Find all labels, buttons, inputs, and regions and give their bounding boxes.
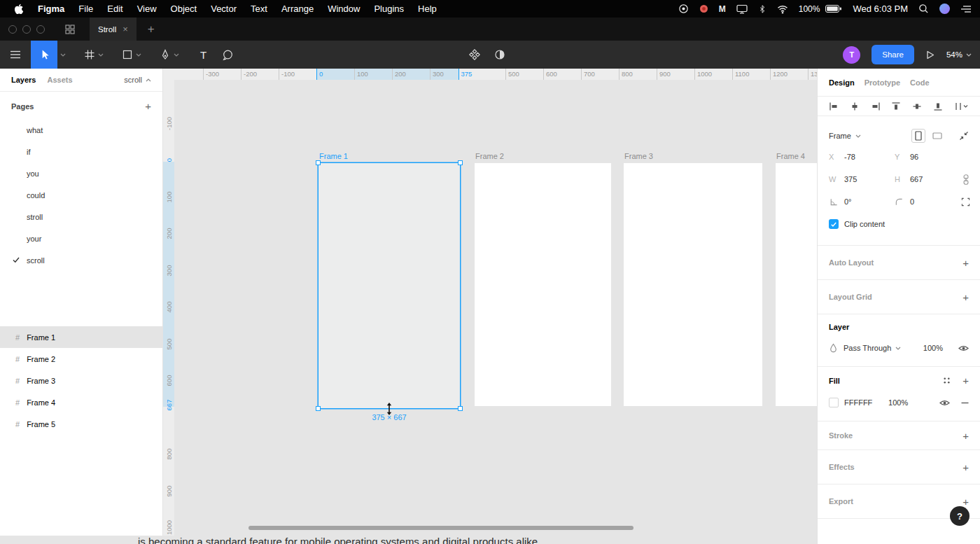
page-item[interactable]: stroll (0, 206, 162, 228)
page-item[interactable]: scroll (0, 249, 162, 271)
spotlight-icon[interactable] (918, 4, 929, 14)
frame-tool-chevron-icon[interactable] (95, 53, 106, 57)
page-item[interactable]: what (0, 119, 162, 141)
frame-label[interactable]: Frame 3 (624, 152, 653, 160)
page-item[interactable]: if (0, 141, 162, 162)
layer-item[interactable]: # Frame 2 (0, 348, 162, 370)
y-position-field[interactable]: Y 96 (895, 147, 955, 167)
canvas-frame[interactable]: Frame 2 (475, 163, 611, 406)
add-layout-grid-button[interactable]: + (962, 292, 969, 302)
comment-tool-button[interactable] (222, 49, 234, 61)
menubar-menu-item[interactable]: Plugins (367, 4, 411, 14)
add-effect-button[interactable]: + (962, 462, 969, 473)
record-dot-icon[interactable] (699, 4, 708, 13)
selection-handle[interactable] (458, 406, 463, 411)
fill-hex-field[interactable]: FFFFFF (844, 398, 872, 407)
frame-tool-button[interactable] (84, 49, 95, 60)
inspector-tab[interactable]: Design (829, 78, 855, 87)
inspector-tab[interactable]: Code (910, 78, 930, 87)
menubar-menu-item[interactable]: Vector (204, 4, 244, 14)
canvas-frame[interactable]: Frame 4 (776, 163, 817, 406)
layer-item[interactable]: # Frame 1 (0, 326, 162, 348)
pen-tool-chevron-icon[interactable] (171, 53, 182, 57)
fill-opacity-field[interactable]: 100% (888, 398, 908, 407)
pen-tool-button[interactable] (160, 49, 171, 60)
selection-handle[interactable] (458, 160, 463, 165)
align-left-icon[interactable] (829, 102, 839, 111)
page-selector[interactable]: scroll (124, 76, 151, 84)
app-menu-figma[interactable]: Figma (31, 4, 71, 14)
selection-handle[interactable] (316, 406, 321, 411)
present-button[interactable] (925, 50, 935, 60)
menubar-menu-item[interactable]: File (71, 4, 100, 14)
add-fill-button[interactable]: + (962, 375, 969, 386)
page-item[interactable]: you (0, 162, 162, 184)
selection-handle[interactable] (316, 160, 321, 165)
screen-record-icon[interactable] (678, 4, 689, 14)
move-tool-chevron-icon[interactable] (57, 53, 69, 57)
layer-visibility-eye-icon[interactable] (958, 344, 969, 352)
horizontal-scrollbar[interactable] (248, 526, 634, 530)
constrain-proportions-icon[interactable] (962, 174, 970, 185)
wifi-icon[interactable] (777, 4, 788, 14)
vertical-ruler[interactable]: -10001002003004005006006678009001000 (163, 69, 174, 536)
minimize-window-button[interactable] (22, 25, 31, 34)
user-avatar[interactable]: T (843, 46, 860, 64)
menubar-menu-item[interactable]: Window (321, 4, 367, 14)
landscape-orientation-button[interactable] (930, 129, 944, 143)
close-tab-icon[interactable]: × (122, 25, 128, 34)
inspector-tab[interactable]: Prototype (864, 78, 900, 87)
horizontal-ruler[interactable]: -300-200-1000100200300375500600700800900… (163, 69, 817, 80)
frame-label[interactable]: Frame 2 (475, 152, 504, 160)
portrait-orientation-button[interactable] (911, 129, 925, 143)
control-center-avatar[interactable] (939, 4, 950, 14)
page-item[interactable]: could (0, 184, 162, 206)
canvas[interactable]: Frame 1375 × 667Frame 2Frame 3Frame 4 -3… (163, 69, 817, 536)
align-bottom-icon[interactable] (933, 102, 943, 111)
canvas-frame[interactable]: Frame 3 (624, 163, 762, 406)
display-icon[interactable] (736, 4, 748, 14)
menubar-clock[interactable]: Wed 6:03 PM (853, 4, 908, 14)
blend-mode-icon[interactable] (829, 343, 838, 354)
resize-to-fit-icon[interactable] (959, 131, 969, 141)
menubar-menu-item[interactable]: Object (164, 4, 204, 14)
menubar-menu-item[interactable]: Text (244, 4, 274, 14)
clip-content-checkbox[interactable] (829, 219, 839, 229)
rotation-field[interactable]: 0° (829, 192, 889, 211)
layer-item[interactable]: # Frame 4 (0, 391, 162, 413)
mask-tool-button[interactable] (494, 49, 505, 60)
shape-tool-button[interactable] (122, 49, 133, 60)
independent-corners-icon[interactable] (961, 197, 970, 207)
menubar-menu-item[interactable]: Arrange (274, 4, 321, 14)
blend-mode-dropdown[interactable]: Pass Through (844, 344, 901, 352)
m-app-icon[interactable]: M (719, 4, 726, 14)
component-tool-button[interactable] (469, 49, 480, 60)
height-field[interactable]: H 667 (895, 169, 955, 189)
align-right-icon[interactable] (871, 102, 881, 111)
x-position-field[interactable]: X -78 (829, 147, 889, 167)
frame-label[interactable]: Frame 4 (776, 152, 805, 160)
layer-item[interactable]: # Frame 3 (0, 370, 162, 391)
fill-color-swatch[interactable] (829, 398, 839, 407)
tab-layers[interactable]: Layers (11, 76, 36, 84)
list-icon[interactable] (960, 4, 972, 14)
main-menu-button[interactable] (0, 50, 31, 59)
move-tool-button[interactable] (31, 41, 57, 69)
tab-assets[interactable]: Assets (47, 76, 72, 84)
frame-label[interactable]: Frame 1 (319, 152, 348, 160)
fill-visibility-eye-icon[interactable] (939, 399, 950, 407)
align-vertical-center-icon[interactable] (912, 102, 922, 111)
remove-fill-minus-icon[interactable] (961, 402, 969, 404)
add-stroke-button[interactable]: + (962, 431, 969, 441)
share-button[interactable]: Share (872, 45, 914, 64)
menubar-menu-item[interactable]: View (130, 4, 164, 14)
close-window-button[interactable] (8, 25, 17, 34)
layer-opacity-field[interactable]: 100% (923, 344, 943, 352)
battery-icon[interactable] (825, 4, 842, 13)
new-tab-button[interactable]: + (148, 22, 155, 36)
zoom-control[interactable]: 54% (946, 50, 972, 59)
canvas-frame[interactable]: Frame 1375 × 667 (318, 163, 460, 408)
apple-logo-icon[interactable] (14, 4, 24, 15)
add-auto-layout-button[interactable]: + (962, 258, 969, 268)
shape-tool-chevron-icon[interactable] (133, 53, 144, 57)
